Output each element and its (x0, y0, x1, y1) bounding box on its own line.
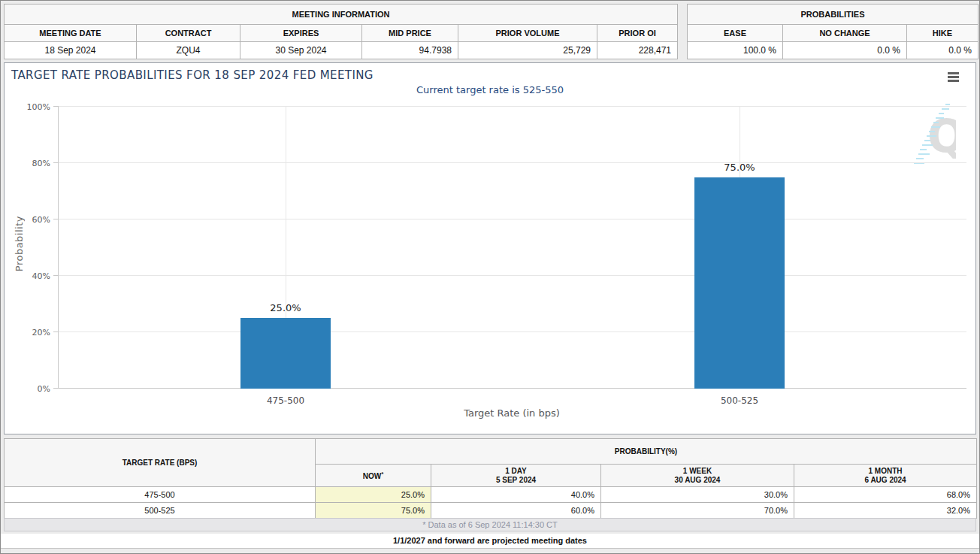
now-label: NOW (363, 472, 381, 480)
no-change-value: 0.0 % (783, 42, 907, 59)
one-month-prob-cell: 32.0% (794, 503, 977, 519)
y-axis-label: 40% (32, 271, 50, 281)
category-slot-475-500: 25.0% 475-500 (59, 107, 513, 389)
period-label: 1 WEEK (602, 467, 793, 476)
meeting-info-title: MEETING INFORMATION (5, 5, 678, 25)
probabilities-summary-table: PROBABILITIES EASE NO CHANGE HIKE 100.0 … (687, 4, 978, 59)
period-label: 1 DAY (432, 467, 600, 476)
target-rate-cell: 475-500 (5, 487, 316, 503)
y-axis-label: 0% (38, 384, 50, 394)
bar-value-label: 75.0% (724, 162, 755, 173)
x-axis-category-label: 475-500 (267, 395, 304, 406)
col-header-contract: CONTRACT (137, 25, 240, 42)
one-week-prob-cell: 70.0% (601, 503, 794, 519)
now-asterisk: * (381, 471, 383, 477)
y-tick (53, 162, 59, 163)
y-tick (53, 388, 59, 389)
hike-value: 0.0 % (907, 42, 978, 59)
mid-price-value: 94.7938 (362, 42, 458, 59)
category-slot-500-525: 75.0% 500-525 (513, 107, 966, 389)
y-tick (53, 275, 59, 276)
col-header-1-month: 1 MONTH 6 AUG 2024 (794, 465, 977, 487)
bar-series: 25.0% 475-500 75.0% 500-525 (59, 107, 966, 389)
one-day-prob-cell: 40.0% (431, 487, 601, 503)
bar-value-label: 25.0% (270, 302, 301, 313)
one-week-prob-cell: 30.0% (601, 487, 794, 503)
target-rate-probabilities-chart: TARGET RATE PROBABILITIES FOR 18 SEP 202… (4, 62, 976, 434)
contract-value: ZQU4 (137, 42, 240, 59)
x-axis-title: Target Rate (in bps) (58, 407, 966, 419)
period-date: 5 SEP 2024 (432, 476, 600, 485)
hamburger-bar (948, 80, 959, 82)
probability-history-table: TARGET RATE (BPS) PROBABILITY(%) NOW* 1 … (4, 438, 977, 519)
y-tick (53, 219, 59, 219)
bar-475-500[interactable] (240, 318, 331, 389)
period-label: 1 MONTH (795, 467, 975, 476)
col-header-now: NOW* (316, 465, 431, 487)
plot-area: 0% 20% 40% 60% 80% 100% 25.0% 475-500 75… (58, 107, 966, 389)
hamburger-bar (948, 72, 959, 74)
x-axis-category-label: 500-525 (721, 395, 758, 406)
chart-subtitle: Current target rate is 525-550 (5, 84, 975, 95)
probabilities-title: PROBABILITIES (688, 5, 978, 25)
col-header-expires: EXPIRES (240, 25, 362, 42)
bar-500-525[interactable] (694, 177, 785, 389)
table-row-500-525: 500-525 75.0% 60.0% 70.0% 32.0% (5, 503, 977, 519)
period-date: 30 AUG 2024 (602, 476, 793, 485)
col-header-mid-price: MID PRICE (362, 25, 458, 42)
col-header-hike: HIKE (907, 25, 978, 42)
ease-value: 100.0 % (688, 42, 783, 59)
expires-value: 30 Sep 2024 (240, 42, 362, 59)
col-header-1-day: 1 DAY 5 SEP 2024 (431, 465, 601, 487)
y-axis-label: 60% (32, 215, 50, 225)
prior-oi-value: 228,471 (597, 42, 678, 59)
meeting-date-value: 18 Sep 2024 (5, 42, 137, 59)
col-header-meeting-date: MEETING DATE (5, 25, 137, 42)
meeting-information-table: MEETING INFORMATION MEETING DATE CONTRAC… (4, 4, 678, 59)
col-header-no-change: NO CHANGE (783, 25, 907, 42)
group-header-probability: PROBABILITY(%) (316, 439, 977, 465)
y-axis-label: 80% (32, 159, 50, 168)
projection-note: 1/1/2027 and forward are projected meeti… (1, 534, 979, 549)
hamburger-bar (948, 76, 959, 78)
target-rate-cell: 500-525 (5, 503, 316, 519)
probabilities-row: 100.0 % 0.0 % 0.0 % (688, 42, 978, 59)
fedwatch-tool-page: { "meeting_info": { "title": "MEETING IN… (0, 0, 980, 554)
col-header-prior-oi: PRIOR OI (597, 25, 678, 42)
col-header-ease: EASE (688, 25, 783, 42)
one-month-prob-cell: 68.0% (794, 487, 977, 503)
one-day-prob-cell: 60.0% (431, 503, 601, 519)
col-header-1-week: 1 WEEK 30 AUG 2024 (601, 465, 794, 487)
col-header-prior-volume: PRIOR VOLUME (458, 25, 597, 42)
data-as-of-note: * Data as of 6 Sep 2024 11:14:30 CT (4, 518, 976, 531)
table-row-475-500: 475-500 25.0% 40.0% 30.0% 68.0% (5, 487, 977, 503)
chart-context-menu-icon[interactable] (948, 72, 959, 83)
chart-title: TARGET RATE PROBABILITIES FOR 18 SEP 202… (11, 68, 374, 82)
y-axis-label: 20% (32, 328, 50, 338)
y-tick (53, 331, 59, 332)
period-date: 6 AUG 2024 (795, 476, 975, 485)
y-axis-title: Probability (14, 216, 25, 271)
y-axis-label: 100% (27, 102, 50, 112)
col-header-target-rate: TARGET RATE (BPS) (5, 439, 316, 487)
prior-volume-value: 25,729 (458, 42, 597, 59)
now-prob-cell: 25.0% (316, 487, 431, 503)
meeting-info-row: 18 Sep 2024 ZQU4 30 Sep 2024 94.7938 25,… (5, 42, 678, 59)
y-tick (53, 106, 59, 107)
now-prob-cell: 75.0% (316, 503, 431, 519)
